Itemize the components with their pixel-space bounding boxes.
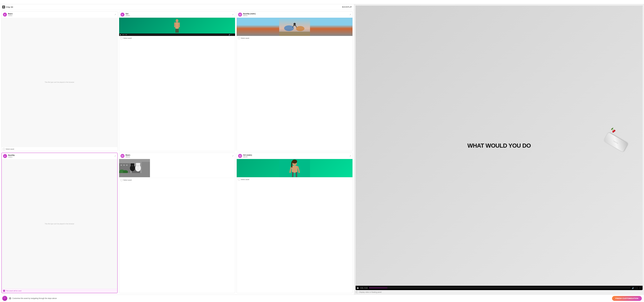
- app-container: Clip 03 BACKFLIP ▶ Bears VIDEO: [0, 0, 644, 302]
- main-video-controls: ▶ 0:01 / 0:15 🔊 ⛶ ⋮: [356, 286, 642, 290]
- svg-rect-16: [279, 32, 310, 36]
- svg-rect-44: [292, 166, 298, 173]
- fullscreen-icon[interactable]: ⛶: [231, 34, 232, 36]
- info-icon: i: [9, 297, 11, 300]
- checkbox-bears-video[interactable]: [3, 148, 5, 150]
- video-progress-girl[interactable]: [128, 35, 228, 35]
- svg-point-36: [136, 163, 138, 164]
- footer-bears-image[interactable]: Select asset: [119, 178, 235, 182]
- video-play-icon[interactable]: ▶: [120, 34, 121, 36]
- asset-card-bears-image: Bears IMAGE ↗: [119, 153, 235, 293]
- external-link-bears-video[interactable]: ↗: [114, 14, 116, 16]
- svg-point-38: [137, 165, 139, 166]
- footer-label-girl-static: Select asset: [241, 178, 249, 180]
- svg-point-4: [176, 19, 178, 22]
- footer-backflip-video[interactable]: ✓ This asset will be used: [2, 288, 117, 293]
- svg-point-14: [296, 26, 304, 31]
- asset-name-girl-video: Girl VIDEO: [126, 13, 130, 16]
- main-play-button[interactable]: ▶: [357, 286, 359, 289]
- svg-rect-0: [3, 6, 4, 6]
- preview-girl-video: ▶ 0:00 / 0:06 🔊 ⛶ ⋮: [119, 18, 235, 36]
- main-more-icon[interactable]: ⋮: [639, 287, 641, 289]
- card-header-girl-video: ▶ Girl VIDEO ↗: [119, 12, 235, 18]
- play-icon-girl-video: ▶: [120, 12, 124, 16]
- asset-type-info-girl: ▶ Girl VIDEO: [120, 12, 130, 16]
- preview-backflip-static: [237, 18, 352, 36]
- video-controls-girl: ▶ 0:00 / 0:06 🔊 ⛶ ⋮: [119, 34, 235, 36]
- girl-static-image: [237, 159, 352, 177]
- main-content: Clip 03 BACKFLIP ▶ Bears VIDEO: [0, 4, 644, 294]
- clip-icon: [2, 6, 5, 8]
- main-fullscreen-icon[interactable]: ⛶: [636, 287, 638, 289]
- can-decoration: 🍒 CreateTOTA: [606, 126, 634, 159]
- footer-girl-video[interactable]: Select asset: [119, 36, 235, 40]
- footer-bears-video[interactable]: Select asset: [2, 147, 118, 151]
- no-preview-text-backflip-video: This file type can't be played in the br…: [42, 220, 77, 228]
- finish-customisation-button[interactable]: FINISH CUSTOMISATION: [612, 296, 642, 301]
- asset-name-backflip-video: Backflip VIDEO: [8, 154, 15, 158]
- video-icons-girl: 🔊 ⛶ ⋮: [228, 34, 234, 36]
- asset-card-backflip-static: Backflip (static) IMAGE ↗: [236, 11, 353, 151]
- checkbox-girl-static[interactable]: [238, 178, 240, 180]
- backflip-label: BACKFLIP: [342, 6, 352, 8]
- checkbox-bears-image[interactable]: [120, 179, 122, 181]
- main-video-player: WHAT WOULD YOU DO 🍒 CreateTOTA ▶ 0:01 /: [356, 6, 642, 290]
- bottom-bar: ? i Customise this asset by navigating t…: [0, 294, 644, 302]
- svg-rect-39: [119, 173, 150, 177]
- backflip-image-preview: [237, 18, 352, 36]
- svg-point-13: [284, 26, 294, 31]
- play-icon-backflip-video: ▶: [3, 154, 7, 158]
- external-link-girl-static[interactable]: ↗: [350, 155, 351, 157]
- footer-label-bears-video: Select asset: [6, 148, 14, 150]
- image-icon-backflip-static: [238, 12, 242, 16]
- play-icon-bears-video: ▶: [3, 12, 7, 16]
- card-header-girl-static: Girl (static) IMAGE ↗: [237, 153, 352, 159]
- asset-card-backflip-video: ▶ Backflip VIDEO ↗ This file type can't …: [2, 153, 118, 293]
- external-link-backflip-video[interactable]: ↗: [114, 155, 116, 157]
- main-video-time: 0:01 / 0:15: [360, 287, 368, 289]
- main-volume-icon[interactable]: 🔊: [632, 287, 634, 289]
- card-header-bears-video: ▶ Bears VIDEO ↗: [2, 12, 118, 18]
- checkbox-backflip-video[interactable]: ✓: [3, 290, 5, 292]
- footer-label-backflip-video: This asset will be used: [6, 290, 22, 292]
- preview-girl-static: [237, 159, 352, 177]
- asset-grid: ▶ Bears VIDEO ↗ This file type can't be …: [0, 10, 354, 294]
- footer-girl-static[interactable]: Select asset: [237, 177, 352, 182]
- main-video-content: WHAT WOULD YOU DO 🍒 CreateTOTA: [356, 6, 642, 286]
- svg-rect-6: [174, 22, 176, 27]
- checkbox-girl-video[interactable]: [120, 37, 122, 39]
- video-time-girl: 0:00 / 0:06: [122, 34, 127, 35]
- svg-point-33: [132, 165, 133, 166]
- clip-title-text: Clip 03: [6, 6, 13, 8]
- info-text-container: i Customise this asset by navigating thr…: [9, 297, 57, 300]
- card-header-backflip-static: Backflip (static) IMAGE ↗: [237, 12, 352, 18]
- external-link-bears-image[interactable]: ↗: [232, 155, 234, 157]
- footer-backflip-static[interactable]: Select asset: [237, 36, 352, 40]
- svg-rect-24: [123, 164, 125, 166]
- asset-type-info-bears-image: Bears IMAGE: [120, 154, 130, 158]
- svg-point-37: [138, 163, 140, 164]
- external-link-girl-video[interactable]: ↗: [232, 14, 234, 16]
- svg-point-31: [130, 163, 132, 165]
- svg-rect-47: [356, 292, 357, 292]
- main-progress-bar[interactable]: [369, 288, 630, 288]
- image-icon-girl-static: [238, 154, 242, 158]
- footer-label-bears-image: Select asset: [123, 179, 132, 181]
- svg-point-15: [294, 23, 296, 25]
- volume-icon[interactable]: 🔊: [228, 34, 230, 36]
- more-icon[interactable]: ⋮: [233, 34, 234, 36]
- svg-rect-1: [3, 7, 4, 7]
- card-header-backflip-video: ▶ Backflip VIDEO ↗: [2, 153, 117, 159]
- external-link-backflip-static[interactable]: ↗: [350, 14, 351, 16]
- question-icon: ?: [4, 297, 5, 299]
- asset-card-girl-static: Girl (static) IMAGE ↗: [236, 153, 353, 293]
- preview-backflip-video: This file type can't be played in the br…: [2, 159, 117, 288]
- checkbox-backflip-static[interactable]: [238, 37, 240, 39]
- preview-bears-image: [119, 159, 235, 178]
- top-bar: [0, 0, 644, 4]
- asset-type-info: ▶ Bears VIDEO: [3, 12, 12, 16]
- floating-display-option[interactable]: Display video in floating panel: [356, 291, 642, 293]
- help-button[interactable]: ?: [2, 296, 7, 301]
- left-panel: Clip 03 BACKFLIP ▶ Bears VIDEO: [0, 4, 354, 294]
- footer-label-backflip-static: Select asset: [241, 37, 249, 39]
